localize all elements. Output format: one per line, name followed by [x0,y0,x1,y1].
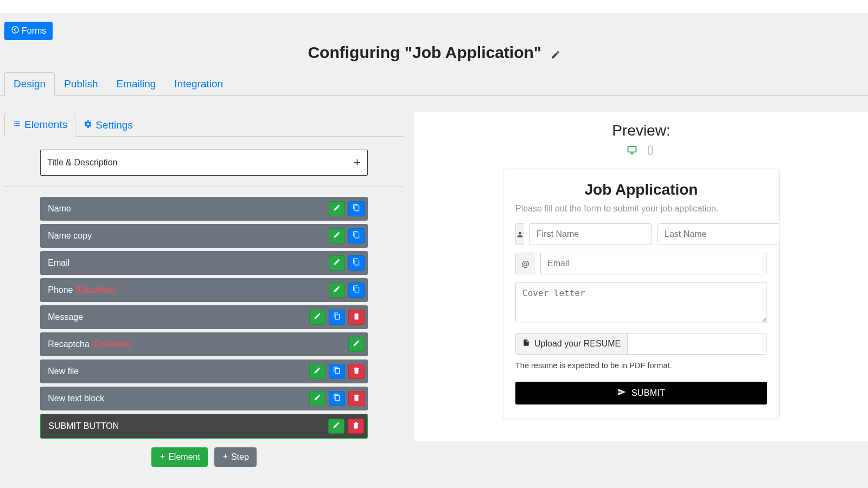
preview-submit-button[interactable]: SUBMIT [515,382,767,404]
preview-heading: Preview: [436,122,846,139]
delete-button[interactable] [348,310,365,325]
edit-button[interactable] [329,255,345,271]
row-actions [329,228,365,243]
edit-button[interactable] [309,310,326,325]
element-label: Email [48,258,69,268]
file-icon [522,339,530,349]
copy-button[interactable] [348,255,365,271]
tab-design[interactable]: Design [4,72,55,96]
edit-button[interactable] [309,364,326,379]
element-row[interactable]: Phone (Disabled) [40,278,368,302]
edit-button[interactable] [329,201,345,216]
forms-back-label: Forms [22,26,46,36]
plus-icon [222,452,229,462]
tab-publish[interactable]: Publish [55,72,107,96]
edit-icon [333,204,341,214]
element-row[interactable]: Email [40,251,368,275]
subtab-elements-label: Elements [24,119,67,131]
edit-button[interactable] [329,282,345,298]
element-row[interactable]: Message [40,305,368,329]
element-label: Message [48,312,83,322]
delete-button[interactable] [348,364,365,379]
list-icon [12,119,21,131]
copy-button[interactable] [329,391,345,406]
copy-icon [333,394,341,403]
edit-title-button[interactable] [551,50,560,62]
row-actions [328,419,364,434]
copy-button[interactable] [348,201,365,216]
add-element-label: Element [168,452,200,462]
edit-button[interactable] [348,337,365,352]
edit-button[interactable] [328,419,344,434]
edit-button[interactable] [329,228,345,243]
copy-icon [333,367,341,376]
plus-icon: + [354,156,361,170]
tab-emailing[interactable]: Emailing [107,72,165,96]
top-blank-bar [0,0,868,14]
row-actions [329,255,365,271]
page-title: Configuring "Job Application" [308,43,541,62]
delete-icon [353,367,360,376]
title-description-label: Title & Description [47,158,117,168]
edit-icon [314,394,321,403]
delete-icon [353,394,360,403]
delete-icon [352,421,360,431]
copy-button[interactable] [329,364,345,379]
element-row[interactable]: Recaptcha (Disabled) [40,332,368,356]
plus-icon [159,452,166,462]
delete-button[interactable] [348,391,365,406]
resume-note: The resume is expected to be in PDF form… [515,361,767,370]
section-divider [4,187,404,187]
edit-icon [314,312,321,322]
element-row[interactable]: SUBMIT BUTTON [40,414,368,439]
title-description-panel[interactable]: Title & Description + [40,150,368,176]
main-tabs: Design Publish Emailing Integration [0,72,868,96]
paper-plane-icon [617,388,626,399]
element-row[interactable]: New file [40,359,368,383]
element-row[interactable]: New text block [40,387,368,410]
arrow-left-circle-icon [11,25,20,36]
element-label: New file [48,367,79,376]
delete-icon [353,312,360,322]
email-input[interactable] [540,253,767,274]
subtab-settings[interactable]: Settings [75,113,141,137]
row-actions [329,201,365,216]
row-actions [309,364,365,379]
row-actions [309,310,365,325]
copy-button[interactable] [348,228,365,243]
upload-resume-field[interactable]: Upload your RESUME [515,333,767,355]
copy-icon [353,258,360,268]
add-element-button[interactable]: Element [151,447,208,467]
upload-label-text: Upload your RESUME [534,339,621,349]
edit-icon [333,421,340,431]
tab-integration[interactable]: Integration [165,72,232,96]
element-label: Name copy [48,231,92,241]
cover-letter-textarea[interactable] [515,282,767,323]
preview-mobile-button[interactable] [644,145,656,158]
copy-icon [353,204,360,214]
edit-icon [333,285,341,295]
row-actions [329,282,365,298]
first-name-input[interactable] [529,223,652,245]
person-icon [515,223,524,245]
edit-icon [333,258,341,268]
copy-button[interactable] [329,310,345,325]
copy-button[interactable] [348,282,365,298]
copy-icon [353,231,360,241]
edit-button[interactable] [309,391,326,406]
forms-back-button[interactable]: Forms [4,22,53,40]
preview-desktop-button[interactable] [626,145,638,158]
delete-button[interactable] [348,419,364,434]
copy-icon [353,285,360,295]
element-label: Recaptcha (Disabled) [48,339,131,349]
add-step-button[interactable]: Step [214,447,257,467]
last-name-input[interactable] [658,223,780,245]
add-step-label: Step [231,452,249,462]
element-row[interactable]: Name [40,197,368,221]
svg-point-0 [12,27,18,33]
row-actions [348,337,365,352]
gear-icon [84,119,92,131]
edit-icon [333,231,341,241]
element-row[interactable]: Name copy [40,224,368,248]
subtab-elements[interactable]: Elements [4,113,75,137]
